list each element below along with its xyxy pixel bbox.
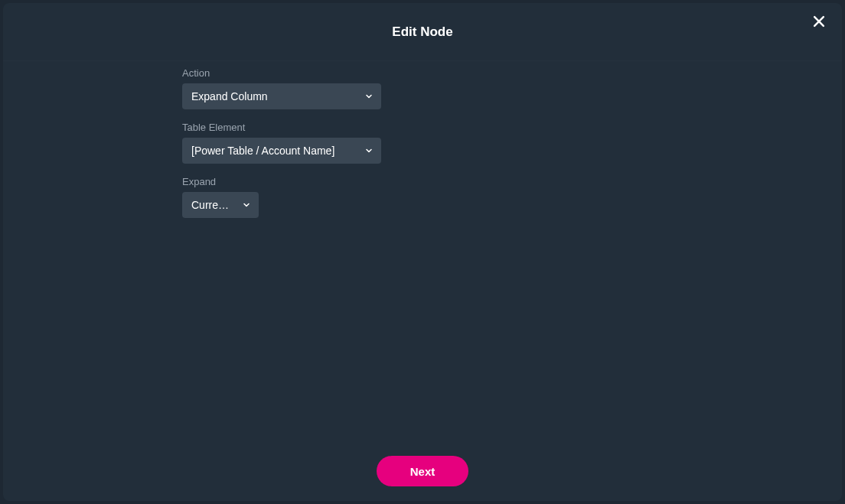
- close-icon: [811, 14, 827, 32]
- modal-title: Edit Node: [392, 24, 452, 40]
- action-label: Action: [182, 67, 842, 79]
- action-field-group: Action Expand Column: [182, 67, 842, 109]
- modal-footer: Next: [3, 441, 842, 501]
- expand-label: Expand: [182, 176, 842, 187]
- table-element-select[interactable]: [Power Table / Account Name]: [182, 138, 381, 164]
- close-button[interactable]: [810, 14, 828, 32]
- table-element-select-value: [Power Table / Account Name]: [191, 145, 334, 157]
- expand-select[interactable]: Curre…: [182, 192, 259, 218]
- expand-field-group: Expand Curre…: [182, 176, 842, 218]
- modal-body: Action Expand Column Table Element [Powe…: [3, 61, 842, 441]
- action-select[interactable]: Expand Column: [182, 83, 381, 109]
- modal-header: Edit Node: [3, 3, 842, 61]
- expand-select-value: Curre…: [191, 199, 231, 211]
- edit-node-modal: Edit Node Action Expand Column: [3, 3, 842, 501]
- table-element-field-group: Table Element [Power Table / Account Nam…: [182, 122, 842, 164]
- table-element-label: Table Element: [182, 122, 842, 133]
- action-select-value: Expand Column: [191, 90, 268, 102]
- next-button[interactable]: Next: [377, 456, 469, 486]
